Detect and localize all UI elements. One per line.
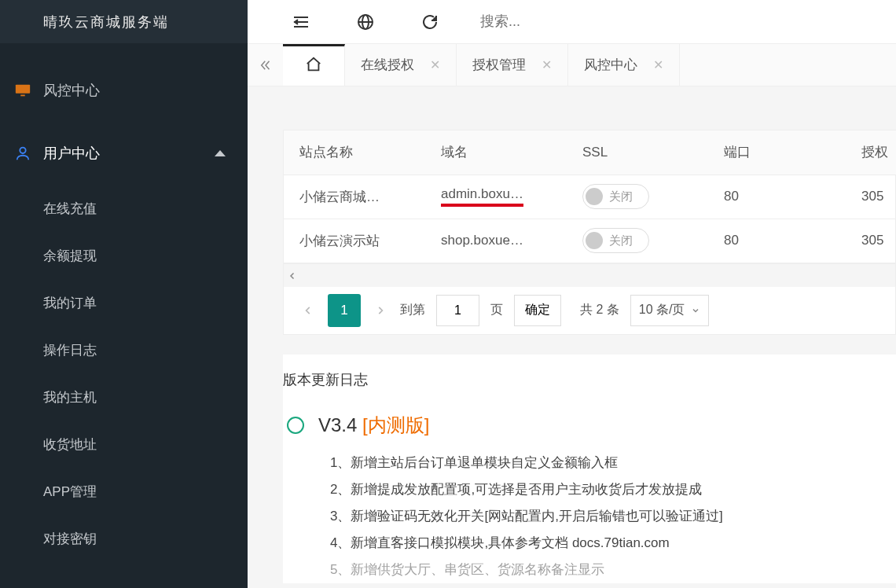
col-domain: 域名 (425, 130, 567, 175)
site-table-card: 站点名称 域名 SSL 端口 授权 小储云商城… admin.boxu… 关闭 … (283, 130, 896, 335)
col-auth: 授权 (846, 130, 896, 175)
per-page-select[interactable]: 10 条/页 (630, 295, 710, 326)
col-port: 端口 (708, 130, 846, 175)
globe-icon[interactable] (351, 8, 379, 35)
sidebar-label: 用户中心 (43, 144, 100, 163)
cell-domain: shop.boxue… (425, 219, 567, 263)
close-icon[interactable]: ✕ (430, 57, 440, 72)
changelog-item: 1、新增主站后台订单退单模块自定义金额输入框 (330, 450, 896, 476)
ssl-toggle[interactable]: 关闭 (582, 228, 649, 253)
tab-auth-manage[interactable]: 授权管理 ✕ (457, 44, 568, 86)
sidebar: 晴玖云商城服务端 风控中心 用户中心 在线充值 余额提现 我的订单 操作日志 我… (0, 0, 248, 588)
pagination: 1 到第 页 确定 共 2 条 10 条/页 (284, 287, 895, 334)
table-row[interactable]: 小储云商城… admin.boxu… 关闭 80 305 (284, 175, 896, 219)
goto-input[interactable] (436, 295, 479, 326)
cell-auth: 305 (846, 175, 896, 219)
brand-title: 晴玖云商城服务端 (0, 0, 248, 43)
version-label: V3.4 [内测版] (318, 413, 429, 438)
changelog-item: 5、新增供货大厅、串货区、货源名称备注显示 (330, 557, 896, 583)
collapse-menu-icon[interactable] (287, 8, 314, 35)
cell-name: 小储云商城… (284, 175, 425, 219)
changelog-card: 版本更新日志 V3.4 [内测版] 1、新增主站后台订单退单模块自定义金额输入框… (283, 355, 896, 583)
cell-auth: 305 (846, 219, 896, 263)
sidebar-sub-app[interactable]: APP管理 (0, 468, 248, 515)
tabs-bar: 在线授权 ✕ 授权管理 ✕ 风控中心 ✕ (248, 43, 896, 86)
toggle-knob (586, 188, 603, 205)
changelog-item: 4、新增直客接口模拟模块,具体参考文档 docs.79tian.com (330, 530, 896, 557)
sidebar-sub-apikey[interactable]: 对接密钥 (0, 515, 248, 562)
site-table: 站点名称 域名 SSL 端口 授权 小储云商城… admin.boxu… 关闭 … (284, 130, 896, 263)
tab-risk-center[interactable]: 风控中心 ✕ (568, 44, 680, 86)
goto-label: 到第 (400, 302, 425, 318)
table-row[interactable]: 小储云演示站 shop.boxue… 关闭 80 305 (284, 219, 896, 263)
cell-port: 80 (708, 219, 846, 263)
circle-icon (287, 417, 304, 434)
svg-rect-1 (20, 95, 25, 97)
sidebar-risk-center[interactable]: 风控中心 (0, 59, 248, 122)
total-label: 共 2 条 (580, 302, 619, 318)
main-content: 站点名称 域名 SSL 端口 授权 小储云商城… admin.boxu… 关闭 … (248, 86, 896, 588)
tab-label: 授权管理 (472, 56, 526, 74)
changelog-version-row: V3.4 [内测版] (283, 409, 896, 450)
cell-name: 小储云演示站 (284, 219, 425, 263)
cell-ssl: 关闭 (567, 219, 708, 263)
sidebar-sub-logs[interactable]: 操作日志 (0, 326, 248, 373)
chevron-up-icon (215, 150, 226, 156)
sidebar-label: 风控中心 (43, 81, 100, 100)
changelog-list: 1、新增主站后台订单退单模块自定义金额输入框 2、新增提成发放配置项,可选择是否… (283, 450, 896, 583)
cell-domain: admin.boxu… (425, 175, 567, 219)
page-prev[interactable] (299, 302, 317, 319)
close-icon[interactable]: ✕ (542, 57, 552, 72)
changelog-item: 2、新增提成发放配置项,可选择是否用户主动收货后才发放提成 (330, 476, 896, 503)
tab-label: 在线授权 (361, 56, 414, 74)
col-site-name: 站点名称 (284, 130, 425, 175)
close-icon[interactable]: ✕ (653, 57, 663, 72)
sidebar-sub-withdraw[interactable]: 余额提现 (0, 232, 248, 279)
goto-confirm-button[interactable]: 确定 (514, 295, 561, 326)
home-icon (305, 56, 322, 77)
cell-ssl: 关闭 (567, 175, 708, 219)
page-unit-label: 页 (490, 302, 503, 318)
changelog-title: 版本更新日志 (283, 355, 896, 409)
sidebar-user-center[interactable]: 用户中心 (0, 122, 248, 185)
tab-home[interactable] (283, 44, 345, 86)
refresh-icon[interactable] (416, 8, 443, 35)
chevron-left-icon[interactable] (285, 269, 299, 283)
topbar (248, 0, 896, 43)
sidebar-sub-hosts[interactable]: 我的主机 (0, 373, 248, 421)
col-ssl: SSL (567, 130, 708, 175)
sidebar-sub-orders[interactable]: 我的订单 (0, 279, 248, 326)
tab-online-auth[interactable]: 在线授权 ✕ (345, 44, 457, 86)
tab-label: 风控中心 (584, 56, 637, 74)
monitor-icon (14, 82, 31, 99)
changelog-item: 3、新增验证码无效化开关[网站配置内,开启后输错也可以验证通过] (330, 503, 896, 530)
svg-point-2 (20, 148, 25, 153)
svg-rect-0 (16, 85, 30, 94)
cell-port: 80 (708, 175, 846, 219)
sidebar-sub-recharge[interactable]: 在线充值 (0, 185, 248, 232)
h-scrollbar[interactable] (284, 263, 895, 287)
chevron-down-icon (691, 306, 700, 315)
sidebar-sub-address[interactable]: 收货地址 (0, 421, 248, 468)
tabs-scroll-left[interactable] (248, 44, 283, 86)
search-input[interactable] (480, 13, 896, 30)
page-current[interactable]: 1 (328, 294, 361, 327)
user-icon (14, 145, 31, 162)
page-next[interactable] (372, 302, 389, 319)
toggle-knob (586, 232, 603, 249)
ssl-toggle[interactable]: 关闭 (582, 184, 649, 209)
